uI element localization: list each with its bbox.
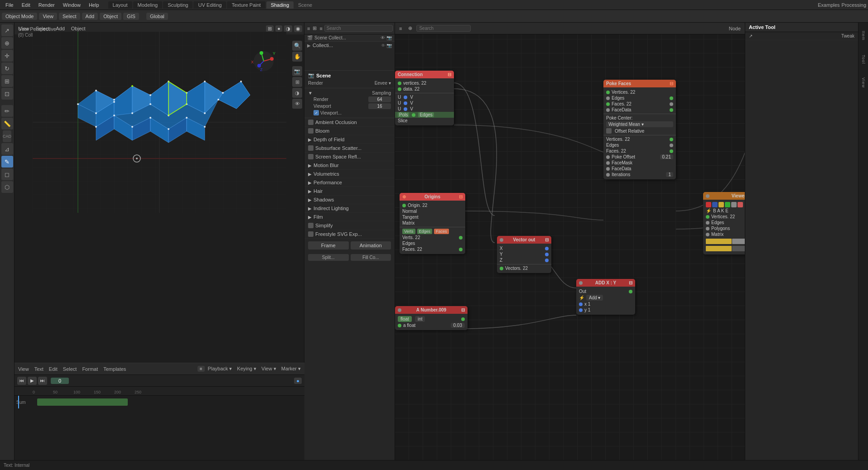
indirect-lighting-section[interactable]: ▶ Indirect Lighting (304, 204, 395, 213)
tool-cursor[interactable]: ⊕ (1, 37, 13, 49)
viewer-color-red[interactable] (706, 202, 711, 207)
simplify-section[interactable]: Simplify (304, 221, 395, 230)
vp-object-menu[interactable]: Object (69, 25, 88, 32)
frame-next-btn[interactable]: ⏭ (38, 377, 47, 385)
origins-node[interactable]: ⊕ Origins ⊟ Origin. 22 Normal Ta (400, 193, 465, 254)
tool-scale[interactable]: ⊞ (1, 75, 13, 87)
volumetrics-section[interactable]: ▶ Volumetrics (304, 170, 395, 178)
tool-rotate[interactable]: ↻ (1, 62, 13, 74)
or-item-icon[interactable]: Item (858, 24, 868, 47)
select-menu[interactable]: Select (59, 13, 80, 20)
vp-select-menu[interactable]: Select (34, 25, 52, 32)
bloom-section[interactable]: Bloom (304, 127, 395, 135)
viewer-color-green[interactable] (725, 202, 730, 207)
ne-type-btn[interactable]: ≡ (397, 25, 404, 32)
tl-keying-menu[interactable]: Keying ▾ (235, 365, 258, 373)
poke-iterations-val[interactable]: 1 (666, 172, 673, 177)
vp-add-menu[interactable]: Add (53, 25, 67, 32)
sb-icon2[interactable]: ⊞ (312, 24, 318, 32)
ne-zoom-btn[interactable]: ⊕ (406, 24, 415, 32)
film-section[interactable]: ▶ Film (304, 213, 395, 221)
tl-view2-menu[interactable]: View ▾ (260, 365, 278, 373)
ne-search-input[interactable] (416, 25, 471, 32)
tl-text-btn[interactable]: Text (33, 365, 45, 373)
viewer-color-red2[interactable] (738, 202, 743, 207)
add-menu[interactable]: Add (82, 13, 98, 20)
vp-shading-render[interactable]: ◉ (294, 25, 302, 32)
tool-select[interactable]: ↗ (1, 24, 13, 36)
performance-section[interactable]: ▶ Performance (304, 178, 395, 187)
vp-grid[interactable]: ⊞ (292, 77, 302, 87)
play-btn[interactable]: ▶ (28, 377, 37, 385)
origins-faces-btn[interactable]: Faces (434, 229, 449, 234)
tool-cad1[interactable]: ⊿ (1, 143, 13, 155)
ol-vis-icon[interactable]: 👁 (381, 35, 385, 40)
split-btn[interactable]: Split... (308, 254, 349, 261)
sync-btn[interactable]: ● (294, 378, 302, 384)
hair-section[interactable]: ▶ Hair (304, 187, 395, 196)
vp-zoom-in[interactable]: 🔍 (292, 41, 302, 51)
scene-browser-search[interactable] (324, 25, 393, 32)
weighted-mean-dropdown[interactable]: Weighted Mean ▾ (606, 121, 673, 127)
frame-prev-btn[interactable]: ⏮ (17, 377, 26, 385)
sb-icon1[interactable]: ≡ (306, 25, 311, 32)
tl-view-btn[interactable]: View (16, 365, 31, 373)
viewer-color-yellow[interactable] (719, 202, 724, 207)
tl-type-select[interactable]: ≡ (198, 366, 205, 372)
tl-marker-menu[interactable]: Marker ▾ (280, 365, 303, 373)
connection-node[interactable]: Connection ⊟ vertices. 22 data. 22 (395, 71, 454, 125)
offset-rel-checkbox[interactable] (606, 128, 612, 134)
tool-shape[interactable]: ⬡ (1, 181, 13, 193)
tab-modeling[interactable]: Modeling (133, 1, 163, 9)
object-menu[interactable]: Object (100, 13, 121, 20)
render-samples-val[interactable]: 64 (368, 96, 391, 102)
anumber-float-btn[interactable]: float (398, 316, 412, 322)
viewer-draw-node[interactable]: Viewer Draw ⊟ (703, 192, 745, 254)
vp-overlay[interactable]: ◑ (292, 88, 302, 98)
menu-help[interactable]: Help (85, 1, 103, 9)
a-number-node[interactable]: A Number.009 ⊟ float int a float 0.03 (395, 306, 468, 330)
add-type-dropdown[interactable]: Add ▾ (586, 295, 603, 301)
tl-format-btn[interactable]: Format (80, 365, 100, 373)
fill-btn[interactable]: Fill Co... (351, 254, 391, 261)
ssr-section[interactable]: Screen Space Refl... (304, 153, 395, 161)
tool-erase[interactable]: ◻ (1, 168, 13, 180)
outliner-collection[interactable]: ▶ Collecti... 👁 📷 (304, 42, 395, 49)
mode-selector[interactable]: Object Mode (2, 13, 37, 20)
tab-layout[interactable]: Layout (108, 1, 132, 9)
tool-measure[interactable]: 📏 (1, 118, 13, 129)
add-node[interactable]: ADD X : Y ⊟ Out ⚡ Add ▾ (576, 279, 635, 315)
sss-section[interactable]: Subsurface Scatter... (304, 144, 395, 153)
freestyle-section[interactable]: Freestyle SVG Exp... (304, 230, 395, 239)
viewer-color-blue[interactable] (712, 202, 718, 207)
vp-grab[interactable]: ✋ (292, 52, 302, 62)
tl-select-btn[interactable]: Select (61, 365, 79, 373)
tool-transform[interactable]: ⊡ (1, 88, 13, 100)
render-engine-dropdown[interactable]: Eevee ▾ (375, 81, 391, 86)
menu-render[interactable]: Render (35, 1, 58, 9)
vp-view-menu[interactable]: View (16, 25, 32, 32)
sampling-header-row[interactable]: ▼ Sampling (308, 90, 391, 96)
tool-annotate[interactable]: ✏ (1, 105, 13, 117)
tl-templates-btn[interactable]: Templates (101, 365, 128, 373)
menu-file[interactable]: File (2, 1, 17, 9)
gis-menu[interactable]: GIS (123, 13, 139, 20)
poke-faces-node[interactable]: Poke Faces ⊟ Vertices. 22 Edges (603, 80, 676, 179)
viewport-denoise-toggle[interactable]: ✓ Viewport... (313, 110, 342, 115)
tab-sculpting[interactable]: Sculpting (163, 1, 193, 9)
ol-cam-icon[interactable]: 📷 (386, 35, 392, 40)
menu-edit[interactable]: Edit (18, 1, 34, 9)
ne-node-menu[interactable]: Node (727, 25, 743, 32)
vector-out-node[interactable]: Vector out ⊟ X Y Z (497, 236, 551, 273)
origins-edges-btn[interactable]: Edges (417, 229, 433, 234)
ambient-occlusion-section[interactable]: Ambient Occlusion (304, 118, 395, 127)
frame-render-btn[interactable]: Frame (308, 241, 349, 249)
poke-offset-val[interactable]: 0.21 (660, 154, 673, 159)
ol-act-cam[interactable]: 📷 (386, 43, 392, 48)
tab-shading[interactable]: Shading (266, 1, 294, 9)
tab-texture-paint[interactable]: Texture Paint (227, 1, 265, 9)
shadows-section[interactable]: ▶ Shadows (304, 196, 395, 204)
vp-shading-mat[interactable]: ◑ (284, 25, 292, 32)
tl-edit-btn[interactable]: Edit (47, 365, 59, 373)
vp-shading-solid[interactable]: ● (275, 25, 282, 32)
